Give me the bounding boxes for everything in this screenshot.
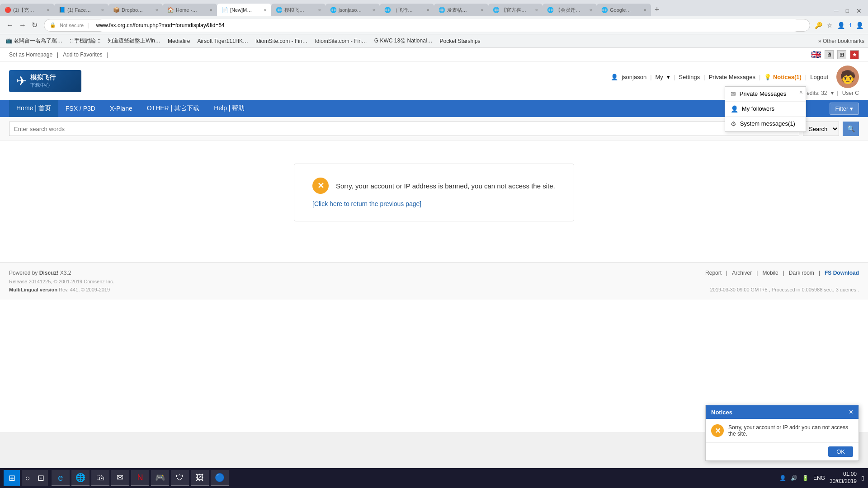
address-bar[interactable]: [96, 19, 801, 32]
show-desktop-btn[interactable]: ▯: [861, 475, 864, 481]
dropdown-item-private-messages[interactable]: ✉ Private Messages: [725, 87, 806, 102]
tab-1[interactable]: 📘 (1) Face… ×: [54, 4, 108, 16]
start-button[interactable]: ⊞: [4, 470, 20, 486]
star-icon[interactable]: ☆: [826, 21, 834, 30]
add-favorites-link[interactable]: Add to Favorites: [63, 52, 102, 58]
tab-close-6[interactable]: ×: [373, 7, 375, 13]
tab-0[interactable]: 🔴 (1)【充… ×: [0, 4, 54, 16]
tab-10[interactable]: 🌐 【会员迁… ×: [542, 4, 597, 16]
tab-7[interactable]: 🌐 （飞行… ×: [380, 4, 434, 16]
battery-icon[interactable]: 🔋: [802, 475, 809, 481]
tab-11[interactable]: 🌐 Google… ×: [597, 4, 651, 16]
nav-help[interactable]: Help | 帮助: [207, 100, 252, 117]
my-link[interactable]: My: [656, 74, 663, 80]
tab-3[interactable]: 🏠 Home -… ×: [163, 4, 217, 16]
search-input[interactable]: [9, 122, 799, 136]
util-icon-3[interactable]: ★: [850, 50, 859, 59]
network-icon[interactable]: 👤: [779, 475, 786, 481]
taskbar-chrome-icon[interactable]: 🌐: [71, 470, 90, 486]
key-icon[interactable]: 🔑: [814, 21, 823, 30]
tab-close-4[interactable]: ×: [264, 7, 267, 13]
taskbar-security-icon[interactable]: 🛡: [171, 470, 189, 486]
tab-2[interactable]: 📦 Dropbo… ×: [108, 4, 163, 16]
bookmark-0[interactable]: 📺 老闆曾一名為了罵…: [4, 36, 64, 46]
fs-download-link[interactable]: FS Download: [825, 270, 859, 276]
taskbar-vpn-icon[interactable]: 🔵: [211, 470, 229, 486]
restore-button[interactable]: □: [843, 6, 852, 16]
private-messages-link[interactable]: Private Messages: [709, 74, 755, 80]
search-type-select[interactable]: Search: [803, 122, 839, 136]
taskbar-clock[interactable]: 01:00 30/03/2019: [830, 471, 857, 485]
site-logo[interactable]: ✈ 模拟飞行 下载中心: [9, 70, 81, 92]
back-button[interactable]: ←: [4, 19, 16, 31]
username-link[interactable]: jsonjason: [622, 74, 646, 80]
profile-icon[interactable]: 👤: [836, 21, 846, 30]
filter-button[interactable]: Filter ▾: [830, 103, 859, 115]
notices-link[interactable]: Notices(1): [773, 74, 802, 80]
nav-fsx[interactable]: FSX / P3D: [58, 100, 103, 117]
taskbar-store-icon[interactable]: 🛍: [91, 470, 109, 486]
close-window-button[interactable]: ✕: [854, 5, 864, 16]
tab-5[interactable]: 🌐 模拟飞… ×: [271, 4, 326, 16]
taskbar-app7-icon[interactable]: 🎮: [151, 470, 169, 486]
search-button[interactable]: 🔍: [843, 122, 859, 136]
bookmark-2[interactable]: 知道這些鍵盤上Win…: [106, 36, 162, 46]
bookmarks-more[interactable]: » Other bookmarks: [818, 38, 864, 44]
nav-xplane[interactable]: X-Plane: [103, 100, 140, 117]
logout-link[interactable]: Logout: [810, 74, 828, 80]
task-view-btn[interactable]: ⊡: [34, 470, 48, 486]
dropdown-item-my-followers[interactable]: 👤 My followers: [725, 102, 806, 117]
nav-other[interactable]: OTHER | 其它下载: [140, 100, 207, 117]
bookmark-7[interactable]: G KWC 13發 National…: [373, 36, 434, 46]
util-icon-2[interactable]: ⊞: [837, 50, 846, 59]
tab-close-2[interactable]: ×: [156, 7, 158, 13]
my-dropdown-icon[interactable]: ▾: [667, 74, 670, 80]
forward-button[interactable]: →: [16, 19, 29, 31]
taskbar-photos-icon[interactable]: 🖼: [191, 470, 209, 486]
minimize-button[interactable]: ─: [831, 5, 841, 16]
lang-indicator[interactable]: ENG: [813, 475, 825, 481]
bookmark-3[interactable]: Mediafire: [166, 37, 192, 45]
tab-close-9[interactable]: ×: [535, 7, 538, 13]
report-link[interactable]: Report: [705, 270, 722, 276]
tab-6[interactable]: 🌐 jsonjaso… ×: [326, 4, 380, 16]
taskbar-netflix-icon[interactable]: N: [131, 470, 149, 486]
tab-close-7[interactable]: ×: [427, 7, 429, 13]
tab-close-10[interactable]: ×: [590, 7, 592, 13]
tab-close-11[interactable]: ×: [644, 7, 646, 13]
bookmark-6[interactable]: IdiomSite.com - Fin…: [313, 37, 368, 45]
archiver-link[interactable]: Archiver: [732, 270, 752, 276]
taskbar-mail-icon[interactable]: ✉: [111, 470, 129, 486]
bookmark-1[interactable]: :: 手機討論 ::: [68, 36, 102, 46]
tab-close-8[interactable]: ×: [481, 7, 484, 13]
tab-9[interactable]: 🌐 【官方喜… ×: [488, 4, 542, 16]
tab-close-5[interactable]: ×: [318, 7, 321, 13]
sound-icon[interactable]: 🔊: [791, 475, 797, 481]
tab-close-0[interactable]: ×: [47, 7, 50, 13]
notices-popup-close-btn[interactable]: ×: [849, 408, 853, 416]
util-icon-1[interactable]: 🖥: [825, 50, 834, 59]
credits-dropdown[interactable]: ▾: [831, 90, 834, 96]
dropdown-item-system-messages[interactable]: ⚙ System messages(1): [725, 117, 806, 131]
new-tab-button[interactable]: +: [651, 5, 663, 14]
tab-8[interactable]: 🌐 发表帖… ×: [434, 4, 488, 16]
bookmark-5[interactable]: IdiomSite.com - Fin…: [254, 37, 309, 45]
dark-room-link[interactable]: Dark room: [789, 270, 814, 276]
dropdown-close-btn[interactable]: ×: [799, 89, 803, 96]
refresh-button[interactable]: ↻: [29, 19, 40, 31]
fb-icon[interactable]: f: [849, 21, 852, 29]
mobile-link[interactable]: Mobile: [762, 270, 778, 276]
tab-close-3[interactable]: ×: [210, 7, 212, 13]
notices-ok-button[interactable]: OK: [828, 446, 853, 457]
bookmark-8[interactable]: Pocket Starships: [438, 37, 482, 45]
bookmark-4[interactable]: Airsoft Tiger111HK…: [195, 37, 250, 45]
set-homepage-link[interactable]: Set as Homepage: [9, 52, 52, 58]
search-taskbar-btn[interactable]: ○: [22, 470, 34, 486]
return-link[interactable]: [Click here to return the previous page]: [312, 200, 421, 207]
tab-close-1[interactable]: ×: [101, 7, 104, 13]
tab-4[interactable]: 📄 [New]M… ×: [217, 4, 271, 16]
nav-home[interactable]: Home | 首页: [9, 100, 58, 117]
taskbar-ie-icon[interactable]: e: [52, 470, 70, 486]
user2-icon[interactable]: 👤: [855, 21, 864, 30]
settings-link[interactable]: Settings: [679, 74, 700, 80]
